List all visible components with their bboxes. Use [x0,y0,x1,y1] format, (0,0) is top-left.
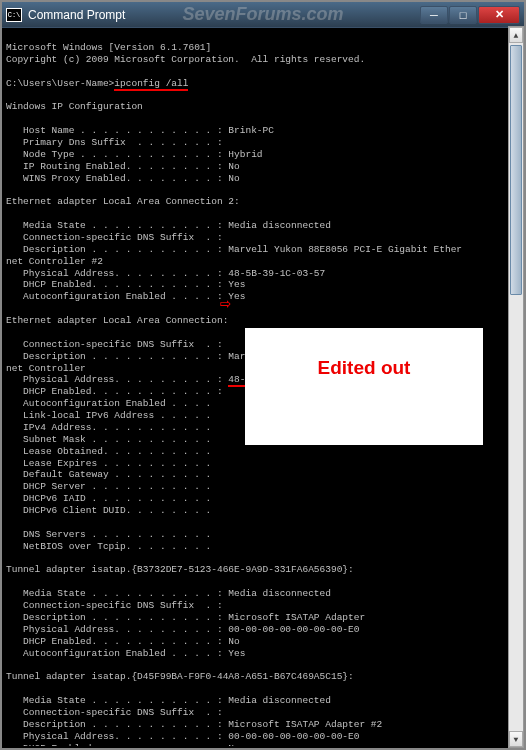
command-ipconfig: ipconfig /all [114,78,188,91]
output-line: net Controller [6,363,86,374]
output-line: DHCP Enabled. . . . . . . . . . . : [6,386,228,397]
output-line: Media State . . . . . . . . . . . : Medi… [6,588,331,599]
copyright-line: Copyright (c) 2009 Microsoft Corporation… [6,54,365,65]
window-title: Command Prompt [28,8,420,22]
scroll-down-button[interactable]: ▼ [509,731,523,747]
output-line: Physical Address. . . . . . . . . : 00-0… [6,624,359,635]
section-header: Tunnel adapter isatap.{B3732DE7-5123-466… [6,564,354,575]
output-line: Lease Obtained. . . . . . . . . . [6,446,217,457]
output-line: Media State . . . . . . . . . . . : Medi… [6,695,331,706]
output-line: Primary Dns Suffix . . . . . . . : [6,137,223,148]
prompt: C:\Users\User-Name> [6,78,114,89]
output-line: DHCP Enabled. . . . . . . . . . . : Yes [6,279,245,290]
output-line: Description . . . . . . . . . . . : Micr… [6,719,382,730]
cmd-icon: C:\ [6,8,22,22]
output-line: Description . . . . . . . . . . . : Micr… [6,612,365,623]
terminal-output[interactable]: Microsoft Windows [Version 6.1.7601] Cop… [2,28,524,746]
section-header: Ethernet adapter Local Area Connection 2… [6,196,240,207]
edited-out-overlay: Edited out [245,328,483,445]
section-header: Tunnel adapter isatap.{D45F99BA-F9F0-44A… [6,671,354,682]
window-controls: ─ □ ✕ [420,6,520,24]
scroll-up-button[interactable]: ▲ [509,27,523,43]
output-line: Link-local IPv6 Address . . . . . [6,410,217,421]
minimize-button[interactable]: ─ [420,6,448,24]
output-line: Physical Address. . . . . . . . . : 00-0… [6,731,359,742]
version-line: Microsoft Windows [Version 6.1.7601] [6,42,211,53]
output-line: Default Gateway . . . . . . . . . [6,469,217,480]
titlebar[interactable]: C:\ Command Prompt ─ □ ✕ [2,2,524,28]
section-header: Ethernet adapter Local Area Connection: [6,315,228,326]
section-header: Windows IP Configuration [6,101,143,112]
output-line: Autoconfiguration Enabled . . . . : Yes [6,648,245,659]
output-line: Host Name . . . . . . . . . . . . : Brin… [6,125,274,136]
output-line: DHCP Enabled. . . . . . . . . . . : No [6,636,240,647]
output-line: DHCPv6 IAID . . . . . . . . . . . [6,493,217,504]
arrow-icon: ⇨ [220,293,231,316]
output-line: Autoconfiguration Enabled . . . . [6,398,217,409]
output-line: Connection-specific DNS Suffix . : [6,232,223,243]
output-line: Connection-specific DNS Suffix . : [6,339,223,350]
close-button[interactable]: ✕ [478,6,520,24]
output-line: DHCPv6 Client DUID. . . . . . . . [6,505,217,516]
maximize-button[interactable]: □ [449,6,477,24]
output-line: Autoconfiguration Enabled . . . . : Yes [6,291,245,302]
output-line: Connection-specific DNS Suffix . : [6,600,223,611]
output-line: Node Type . . . . . . . . . . . . : Hybr… [6,149,263,160]
output-line: NetBIOS over Tcpip. . . . . . . . [6,541,217,552]
output-line: DHCP Enabled. . . . . . . . . . . : No [6,743,240,747]
output-line: DNS Servers . . . . . . . . . . . [6,529,217,540]
scrollbar[interactable]: ▲ ▼ [508,26,524,748]
output-line: Physical Address. . . . . . . . . : 48-5… [6,268,325,279]
output-line: Connection-specific DNS Suffix . : [6,707,223,718]
output-line: Description . . . . . . . . . . . : Marv… [6,244,462,255]
scroll-thumb[interactable] [510,45,522,295]
output-line: Physical Address. . . . . . . . . : [6,374,228,385]
output-line: IPv4 Address. . . . . . . . . . . [6,422,217,433]
output-line: DHCP Server . . . . . . . . . . . [6,481,217,492]
output-line: Media State . . . . . . . . . . . : Medi… [6,220,331,231]
output-line: Description . . . . . . . . . . . : [6,351,228,362]
output-line: WINS Proxy Enabled. . . . . . . . : No [6,173,240,184]
output-line: IP Routing Enabled. . . . . . . . : No [6,161,240,172]
output-line: Lease Expires . . . . . . . . . . [6,458,217,469]
output-line: net Controller #2 [6,256,103,267]
output-line: Subnet Mask . . . . . . . . . . . [6,434,217,445]
